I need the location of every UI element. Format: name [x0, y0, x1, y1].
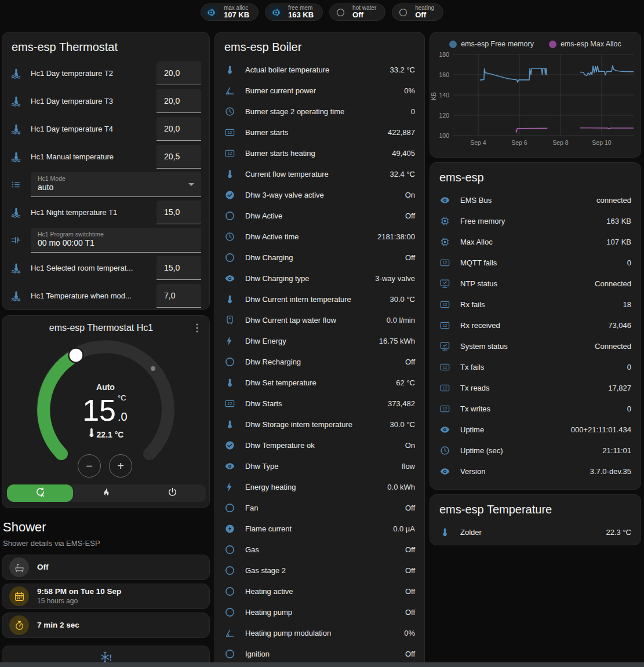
thermometer-water-icon: [10, 68, 21, 79]
entity-row[interactable]: Uptime 000+21:11:01.434: [430, 419, 641, 440]
entity-row[interactable]: Gas Off: [215, 539, 424, 560]
chart-legend: ems-esp Free memory ems-esp Max Alloc: [430, 38, 641, 50]
number-input[interactable]: 20,0: [157, 61, 201, 85]
entity-row[interactable]: EMS Bus connected: [430, 189, 641, 210]
entity-row[interactable]: 12 Tx reads 17,827: [430, 377, 641, 398]
entity-row[interactable]: Dhw Current tap water flow 0.0 l/min: [215, 309, 424, 330]
svg-text:12: 12: [228, 402, 232, 406]
chip-icon: [204, 5, 219, 20]
entity-row[interactable]: Dhw Charging type 3-way valve: [215, 268, 424, 289]
entity-row[interactable]: Dhw Recharging Off: [215, 351, 424, 372]
entity-row[interactable]: 12 Tx writes 0: [430, 398, 641, 419]
section-title: Shower: [3, 520, 209, 535]
horizontal-scrollbar[interactable]: [0, 662, 644, 667]
increase-temp-button[interactable]: +: [109, 454, 132, 478]
badge-value: Off: [415, 11, 434, 20]
decrease-temp-button[interactable]: −: [78, 454, 101, 478]
circle-icon: [224, 565, 235, 576]
entity-row[interactable]: 12 Rx fails 18: [430, 294, 641, 315]
number-input[interactable]: 15,0: [157, 201, 201, 224]
badge-hot-water[interactable]: hot waterOff: [329, 3, 385, 21]
entity-row[interactable]: Heating pump Off: [215, 602, 424, 622]
mode-heat-button[interactable]: [73, 484, 139, 502]
entity-row[interactable]: Dhw Type flow: [215, 455, 424, 476]
badge-value: 107 KB: [224, 11, 249, 20]
entity-row[interactable]: Gas stage 2 Off: [215, 560, 424, 581]
entity-row[interactable]: Dhw Energy 16.75 kWh: [215, 330, 424, 351]
entity-row[interactable]: Dhw Set temperature 62 °C: [215, 372, 424, 393]
thermostat-dial[interactable]: Auto 15 °C .0 22.1 °C: [2, 332, 210, 465]
legend-dot: [549, 41, 556, 48]
fire-icon: [101, 487, 112, 500]
temperature-card: ems-esp Temperature Zolder 22.3 °C: [430, 494, 641, 545]
entity-row[interactable]: Dhw Active time 2181:38:00: [215, 226, 424, 247]
entity-row[interactable]: Heating active Off: [215, 581, 424, 602]
dial-target-unit: °C: [118, 393, 126, 402]
memory-line-chart: 180160140120100Sep 4Sep 6Sep 8Sep 10KB: [430, 50, 641, 150]
entity-row[interactable]: Dhw Current intern temperature 30.0 °C: [215, 289, 424, 309]
svg-text:Sep 10: Sep 10: [592, 139, 611, 146]
dial-knob[interactable]: [69, 348, 83, 363]
thermometer-water-icon: [10, 151, 21, 162]
entity-row[interactable]: Max Alloc 107 KB: [430, 231, 641, 252]
number-input[interactable]: 15,0: [157, 256, 201, 280]
number-input[interactable]: 20,0: [157, 117, 201, 141]
mode-select[interactable]: Hc1 Mode auto: [31, 172, 201, 197]
counter-icon: 12: [439, 299, 450, 310]
number-input[interactable]: 20,5: [157, 145, 201, 169]
thermometer-water-icon: [10, 96, 21, 107]
entity-row[interactable]: Dhw Temperature ok On: [215, 435, 424, 455]
shower-state-card[interactable]: Off: [2, 555, 210, 580]
entity-row[interactable]: Uptime (sec) 21:11:01: [430, 440, 641, 461]
entity-row[interactable]: NTP status Connected: [430, 273, 641, 294]
shower-duration-card[interactable]: 7 min 2 sec: [2, 613, 210, 638]
entity-row[interactable]: 12 Burner starts 422,887: [215, 122, 424, 143]
entity-row[interactable]: Fan Off: [215, 497, 424, 518]
entity-row[interactable]: 12 Burner starts heating 49,405: [215, 143, 424, 163]
entity-row[interactable]: 12 Tx fails 0: [430, 356, 641, 377]
badge-heating[interactable]: heatingOff: [392, 3, 443, 21]
entity-row[interactable]: Dhw 3-way valve active On: [215, 184, 424, 205]
dial-active-arc: [43, 355, 76, 454]
entity-row[interactable]: Burner stage 2 operating time 0: [215, 101, 424, 122]
shower-last-card[interactable]: 9:58 PM on Tue 10 Sep 15 hours ago: [2, 584, 210, 609]
badge-max-alloc[interactable]: max alloc107 KB: [201, 3, 259, 21]
circle-icon: [333, 5, 348, 20]
entity-row[interactable]: 12 Dhw Starts 373,482: [215, 393, 424, 414]
switchtime-input[interactable]: Hc1 Program switchtime 00 mo 00:00 T1: [31, 228, 201, 253]
entity-row[interactable]: Version 3.7.0-dev.35: [430, 461, 641, 482]
mode-off-button[interactable]: [140, 484, 206, 502]
number-input[interactable]: 7,0: [157, 284, 201, 308]
badge-bar: max alloc107 KB free mem163 KB hot water…: [0, 3, 644, 21]
legend-item-free-memory[interactable]: ems-esp Free memory: [449, 40, 534, 48]
mode-auto-button[interactable]: [7, 484, 73, 502]
entity-row[interactable]: Free memory 163 KB: [430, 210, 641, 231]
timer-icon: [9, 615, 29, 635]
entity-row[interactable]: Dhw Active Off: [215, 205, 424, 226]
entity-row[interactable]: 12 Rx received 73,046: [430, 315, 641, 336]
entity-row[interactable]: Burner current power 0%: [215, 80, 424, 101]
entity-row[interactable]: Current flow temperature 32.4 °C: [215, 163, 424, 184]
entity-row[interactable]: Dhw Charging Off: [215, 247, 424, 268]
svg-text:160: 160: [439, 71, 449, 78]
lightning-icon: [224, 336, 235, 347]
thermostat-auto-icon: [35, 487, 46, 500]
entity-row[interactable]: 12 MQTT fails 0: [430, 252, 641, 273]
entity-row[interactable]: Flame current 0.0 µA: [215, 518, 424, 539]
legend-dot: [449, 41, 457, 48]
entity-row[interactable]: Energy heating 0.0 kWh: [215, 476, 424, 497]
thermometer-icon: [439, 527, 450, 538]
counter-icon: 12: [224, 148, 235, 159]
entity-row[interactable]: Dhw Storage intern temperature 30.0 °C: [215, 414, 424, 435]
number-input[interactable]: 20,0: [157, 89, 201, 113]
badge-free-mem[interactable]: free mem163 KB: [265, 3, 323, 21]
legend-item-max-alloc[interactable]: ems-esp Max Alloc: [549, 40, 621, 48]
chip-icon: [439, 216, 450, 227]
entity-row[interactable]: System status Connected: [430, 336, 641, 356]
entity-row[interactable]: Ignition Off: [215, 643, 424, 664]
number-row-whenmod: Hc1 Temperature when mod... 7,0: [2, 282, 209, 309]
card-title: ems-esp Boiler: [215, 32, 424, 59]
entity-row[interactable]: Zolder 22.3 °C: [430, 522, 641, 542]
entity-row[interactable]: Heating pump modulation 0%: [215, 622, 424, 643]
entity-row[interactable]: Actual boiler temperature 33.2 °C: [215, 59, 424, 80]
